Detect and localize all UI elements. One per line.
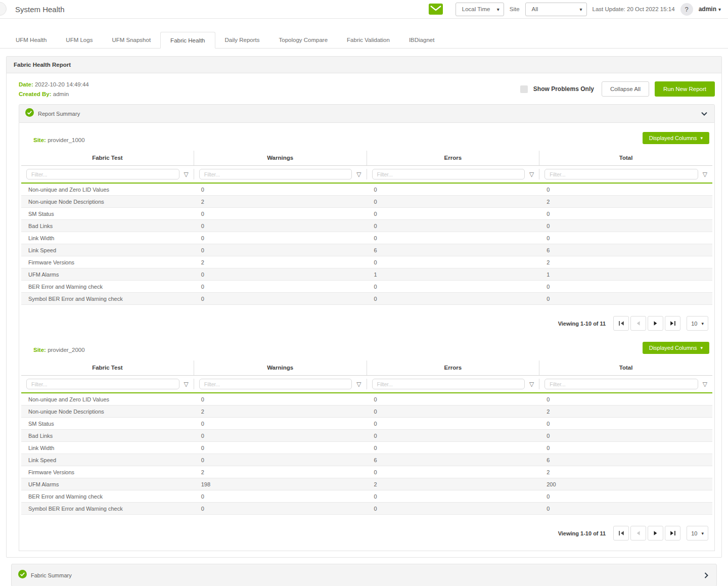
- fabric-test-table: Fabric TestWarningsErrorsTotal ▽▽▽▽ Non-…: [21, 151, 712, 305]
- column-header-total[interactable]: Total: [539, 360, 712, 375]
- filter-funnel-icon[interactable]: ▽: [703, 171, 707, 177]
- prev-page-button[interactable]: [630, 526, 646, 540]
- mail-icon[interactable]: [429, 4, 443, 15]
- column-header-errors[interactable]: Errors: [367, 151, 540, 165]
- cell-value: 0: [194, 272, 367, 278]
- last-page-button[interactable]: [665, 316, 680, 331]
- first-page-button[interactable]: [613, 316, 629, 331]
- column-header-errors[interactable]: Errors: [367, 360, 540, 375]
- column-header-warnings[interactable]: Warnings: [194, 360, 367, 375]
- displayed-columns-button[interactable]: Displayed Columns ▾: [643, 132, 709, 144]
- table-row[interactable]: Non-unique and Zero LID Values000: [21, 393, 712, 405]
- filter-funnel-icon[interactable]: ▽: [529, 381, 534, 387]
- page-size-value: 10: [691, 321, 697, 327]
- cell-value: 0: [539, 493, 712, 500]
- column-header-warnings[interactable]: Warnings: [194, 151, 367, 165]
- site-name-line: Site: provider_1000: [33, 137, 85, 144]
- table-row[interactable]: SM Status000: [21, 418, 712, 430]
- next-page-button[interactable]: [648, 526, 663, 540]
- cell-fabric-test: Link Width: [21, 235, 194, 241]
- table-row[interactable]: Bad Links000: [21, 220, 712, 232]
- tab-daily-reports[interactable]: Daily Reports: [215, 32, 269, 49]
- site-select-value: All: [532, 6, 538, 12]
- first-page-button[interactable]: [613, 526, 629, 540]
- table-row[interactable]: BER Error and Warning check000: [21, 281, 712, 293]
- tab-ibdiagnet[interactable]: IBDiagnet: [399, 32, 444, 49]
- filter-funnel-icon[interactable]: ▽: [356, 171, 361, 177]
- filter-funnel-icon[interactable]: ▽: [703, 381, 707, 387]
- table-row[interactable]: Non-unique Node Descriptions202: [21, 196, 712, 208]
- tab-ufm-snapshot[interactable]: UFM Snapshot: [102, 32, 160, 49]
- column-header-fabric-test[interactable]: Fabric Test: [21, 360, 194, 375]
- table-row[interactable]: Firmware Versions202: [21, 256, 712, 268]
- filter-funnel-icon[interactable]: ▽: [529, 171, 534, 177]
- displayed-columns-button[interactable]: Displayed Columns ▾: [643, 342, 709, 354]
- cell-value: 0: [367, 296, 540, 302]
- run-new-report-button[interactable]: Run New Report: [655, 81, 715, 97]
- filter-cell: ▽: [194, 379, 367, 389]
- collapse-all-button[interactable]: Collapse All: [602, 81, 649, 97]
- tab-ufm-logs[interactable]: UFM Logs: [56, 32, 102, 49]
- time-mode-select[interactable]: Local Time ▾: [456, 3, 504, 16]
- cell-value: 0: [194, 284, 367, 290]
- site-select[interactable]: All ▾: [525, 3, 587, 16]
- date-value: 2022-10-20 14:49:44: [35, 81, 89, 87]
- filter-input-total[interactable]: [544, 169, 698, 179]
- report-summary-title: Report Summary: [38, 111, 80, 117]
- cell-value: 0: [539, 506, 712, 512]
- fabric-summary-header[interactable]: Fabric Summary: [11, 564, 717, 586]
- table-row[interactable]: Firmware Versions202: [21, 466, 712, 478]
- next-page-button[interactable]: [648, 316, 663, 331]
- filter-input-fabric-test[interactable]: [26, 169, 179, 179]
- last-page-button[interactable]: [665, 526, 680, 540]
- cell-value: 0: [539, 235, 712, 241]
- page-size-select[interactable]: 10 ▾: [687, 526, 708, 540]
- filter-input-errors[interactable]: [372, 169, 525, 179]
- help-button[interactable]: ?: [680, 3, 693, 16]
- sidebar-toggle-button[interactable]: [0, 2, 7, 16]
- chevron-right-icon[interactable]: [704, 572, 708, 578]
- table-row[interactable]: Non-unique Node Descriptions202: [21, 405, 712, 418]
- filter-cell: ▽: [367, 169, 540, 179]
- show-problems-checkbox[interactable]: [520, 85, 528, 93]
- filter-input-warnings[interactable]: [199, 169, 352, 179]
- table-row[interactable]: Non-unique and Zero LID Values000: [21, 184, 712, 196]
- filter-funnel-icon[interactable]: ▽: [184, 381, 189, 387]
- tab-fabric-validation[interactable]: Fabric Validation: [337, 32, 399, 49]
- filter-funnel-icon[interactable]: ▽: [184, 171, 189, 177]
- user-menu[interactable]: admin ▾: [699, 6, 721, 13]
- tab-bar: UFM HealthUFM LogsUFM SnapshotFabric Hea…: [0, 32, 728, 49]
- filter-funnel-icon[interactable]: ▽: [356, 381, 361, 387]
- filter-input-warnings[interactable]: [199, 379, 352, 389]
- table-row[interactable]: SM Status000: [21, 208, 712, 220]
- table-row[interactable]: BER Error and Warning check000: [21, 490, 712, 503]
- report-summary-header[interactable]: Report Summary: [19, 104, 715, 123]
- table-row[interactable]: Link Speed066: [21, 454, 712, 466]
- table-row[interactable]: Symbol BER Error and Warning check000: [21, 293, 712, 305]
- tab-ufm-health[interactable]: UFM Health: [6, 32, 56, 49]
- table-row[interactable]: UFM Alarms011: [21, 268, 712, 281]
- cell-value: 2: [194, 409, 367, 415]
- tab-topology-compare[interactable]: Topology Compare: [269, 32, 338, 49]
- cell-fabric-test: Link Speed: [21, 457, 194, 463]
- chevron-down-icon[interactable]: [701, 112, 707, 116]
- table-row[interactable]: Link Speed066: [21, 244, 712, 256]
- table-row[interactable]: Symbol BER Error and Warning check000: [21, 503, 712, 515]
- column-header-total[interactable]: Total: [539, 151, 712, 165]
- cell-value: 6: [367, 247, 540, 253]
- filter-input-fabric-test[interactable]: [26, 379, 179, 389]
- table-row[interactable]: Bad Links000: [21, 430, 712, 442]
- filter-input-errors[interactable]: [372, 379, 525, 389]
- table-row[interactable]: Link Width000: [21, 442, 712, 454]
- cell-fabric-test: SM Status: [21, 421, 194, 427]
- site-name: provider_1000: [48, 137, 85, 143]
- table-filter-row: ▽▽▽▽: [21, 375, 712, 393]
- filter-input-total[interactable]: [544, 379, 698, 389]
- column-header-fabric-test[interactable]: Fabric Test: [21, 151, 194, 165]
- table-row[interactable]: UFM Alarms1982200: [21, 478, 712, 490]
- table-row[interactable]: Link Width000: [21, 232, 712, 244]
- site-label: Site:: [33, 347, 46, 353]
- page-size-select[interactable]: 10 ▾: [687, 316, 708, 331]
- tab-fabric-health[interactable]: Fabric Health: [160, 32, 215, 49]
- prev-page-button[interactable]: [630, 316, 646, 331]
